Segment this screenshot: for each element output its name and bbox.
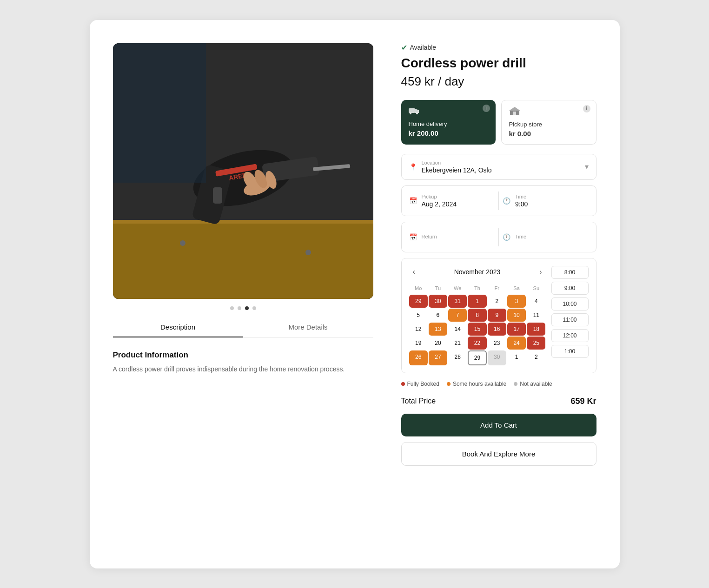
pickup-label-text: Pickup bbox=[422, 194, 495, 199]
calendar-grid: ‹ November 2023 › Mo Tu We Th Fr Sa Su 2… bbox=[409, 266, 546, 365]
pickup-time-value: 9:00 bbox=[515, 200, 589, 208]
product-image: ARENT bbox=[113, 43, 373, 299]
cal-day-22[interactable]: 22 bbox=[468, 337, 486, 350]
cal-day-2[interactable]: 2 bbox=[488, 295, 506, 308]
cal-day-24[interactable]: 24 bbox=[507, 337, 526, 350]
svg-marker-22 bbox=[509, 107, 520, 111]
cal-day-31-oct[interactable]: 31 bbox=[448, 295, 467, 308]
cal-day-10[interactable]: 10 bbox=[507, 309, 526, 322]
cal-day-4[interactable]: 4 bbox=[527, 295, 545, 308]
cal-day-13[interactable]: 13 bbox=[429, 323, 447, 336]
cal-day-19[interactable]: 19 bbox=[409, 337, 428, 350]
dot-1[interactable] bbox=[230, 306, 234, 310]
product-card: ARENT Description bbox=[90, 20, 620, 568]
tab-description[interactable]: Description bbox=[113, 323, 243, 337]
cal-day-23[interactable]: 23 bbox=[488, 337, 506, 350]
time-slot-1[interactable]: 1:00 bbox=[551, 345, 589, 358]
cal-day-30[interactable]: 30 bbox=[488, 350, 506, 365]
dot-3[interactable] bbox=[245, 306, 249, 310]
book-explore-button[interactable]: Book And Explore More bbox=[401, 442, 596, 466]
return-field-group: 📅 Return 🕐 Time bbox=[401, 222, 596, 252]
chevron-down-icon: ▾ bbox=[585, 162, 589, 171]
calendar-icon: 📅 bbox=[409, 197, 417, 205]
delivery-pickup[interactable]: i Pickup store kr 0.00 bbox=[501, 100, 596, 145]
location-row[interactable]: 📍 Location Ekebergveien 12A, Oslo ▾ bbox=[402, 154, 596, 179]
cal-day-20[interactable]: 20 bbox=[429, 337, 447, 350]
cal-day-28[interactable]: 28 bbox=[448, 350, 467, 365]
cal-day-25[interactable]: 25 bbox=[527, 337, 545, 350]
pickup-field-group: 📅 Pickup Aug 2, 2024 🕐 Time 9:00 bbox=[401, 185, 596, 216]
cal-day-14[interactable]: 14 bbox=[448, 323, 467, 336]
calendar-legend: Fully Booked Some hours available Not av… bbox=[401, 381, 596, 387]
svg-point-20 bbox=[416, 112, 418, 114]
home-delivery-price: kr 200.00 bbox=[409, 129, 488, 137]
dot-2[interactable] bbox=[238, 306, 241, 310]
product-title: Cordless power drill bbox=[401, 56, 596, 71]
time-slot-10[interactable]: 10:00 bbox=[551, 297, 589, 311]
svg-rect-1 bbox=[113, 220, 373, 299]
cal-day-3[interactable]: 3 bbox=[507, 295, 526, 308]
cal-day-17[interactable]: 17 bbox=[507, 323, 526, 336]
day-we: We bbox=[448, 284, 467, 293]
location-value: Ekebergveien 12A, Oslo bbox=[422, 166, 585, 174]
cal-day-26[interactable]: 26 bbox=[409, 350, 428, 365]
location-content: Location Ekebergveien 12A, Oslo bbox=[422, 160, 585, 174]
cal-day-27[interactable]: 27 bbox=[429, 350, 447, 365]
add-to-cart-button[interactable]: Add To Cart bbox=[401, 414, 596, 436]
delivery-options: i Home delivery kr 200.00 i bbox=[401, 100, 596, 145]
time-slot-8[interactable]: 8:00 bbox=[551, 266, 589, 279]
tab-more-details[interactable]: More Details bbox=[243, 323, 373, 337]
cal-day-18[interactable]: 18 bbox=[527, 323, 545, 336]
time-slot-11[interactable]: 11:00 bbox=[551, 313, 589, 326]
cal-day-5[interactable]: 5 bbox=[409, 309, 428, 322]
delivery-home[interactable]: i Home delivery kr 200.00 bbox=[401, 100, 496, 145]
cal-day-29-oct[interactable]: 29 bbox=[409, 295, 428, 308]
cal-day-7[interactable]: 7 bbox=[448, 309, 467, 322]
svg-rect-2 bbox=[113, 220, 373, 224]
cal-day-1-dec[interactable]: 1 bbox=[507, 350, 526, 365]
location-label: Location bbox=[422, 160, 585, 165]
day-mo: Mo bbox=[409, 284, 428, 293]
cal-day-8[interactable]: 8 bbox=[468, 309, 486, 322]
svg-rect-16 bbox=[113, 43, 206, 183]
time-slot-9[interactable]: 9:00 bbox=[551, 282, 589, 295]
legend-dot-some bbox=[447, 382, 451, 386]
cal-day-9[interactable]: 9 bbox=[488, 309, 506, 322]
cal-day-6[interactable]: 6 bbox=[429, 309, 447, 322]
return-row[interactable]: 📅 Return 🕐 Time bbox=[402, 222, 596, 252]
calendar-container: ‹ November 2023 › Mo Tu We Th Fr Sa Su 2… bbox=[401, 258, 596, 373]
cal-day-30-oct[interactable]: 30 bbox=[429, 295, 447, 308]
pickup-content: Pickup Aug 2, 2024 bbox=[422, 194, 495, 208]
calendar-return-icon: 📅 bbox=[409, 233, 417, 241]
cal-day-1[interactable]: 1 bbox=[468, 295, 486, 308]
clock-icon-return: 🕐 bbox=[503, 233, 510, 241]
product-info-title: Product Information bbox=[113, 350, 373, 360]
svg-point-10 bbox=[180, 240, 186, 246]
time-slot-12[interactable]: 12:00 bbox=[551, 329, 589, 342]
return-time-label: Time bbox=[515, 234, 589, 239]
svg-point-19 bbox=[410, 112, 411, 114]
day-tu: Tu bbox=[429, 284, 447, 293]
availability-text: Available bbox=[410, 44, 437, 51]
calendar-next-button[interactable]: › bbox=[536, 266, 545, 278]
dot-4[interactable] bbox=[252, 306, 256, 310]
svg-point-11 bbox=[305, 250, 311, 255]
calendar-prev-button[interactable]: ‹ bbox=[409, 266, 419, 278]
cal-day-2-dec[interactable]: 2 bbox=[527, 350, 545, 365]
cal-day-11[interactable]: 11 bbox=[527, 309, 545, 322]
info-icon-home[interactable]: i bbox=[483, 105, 490, 112]
cal-day-21[interactable]: 21 bbox=[448, 337, 467, 350]
day-fr: Fr bbox=[488, 284, 506, 293]
cal-day-29[interactable]: 29 bbox=[468, 350, 486, 365]
clock-icon-pickup: 🕐 bbox=[503, 197, 510, 205]
pickup-row[interactable]: 📅 Pickup Aug 2, 2024 🕐 Time 9:00 bbox=[402, 186, 596, 216]
svg-rect-23 bbox=[513, 112, 516, 115]
cal-day-12[interactable]: 12 bbox=[409, 323, 428, 336]
cal-day-16[interactable]: 16 bbox=[488, 323, 506, 336]
info-icon-pickup[interactable]: i bbox=[583, 105, 590, 112]
left-panel: ARENT Description bbox=[113, 43, 373, 545]
svg-rect-17 bbox=[409, 108, 415, 113]
total-row: Total Price 659 Kr bbox=[401, 396, 596, 406]
image-dots bbox=[113, 306, 373, 310]
cal-day-15[interactable]: 15 bbox=[468, 323, 486, 336]
